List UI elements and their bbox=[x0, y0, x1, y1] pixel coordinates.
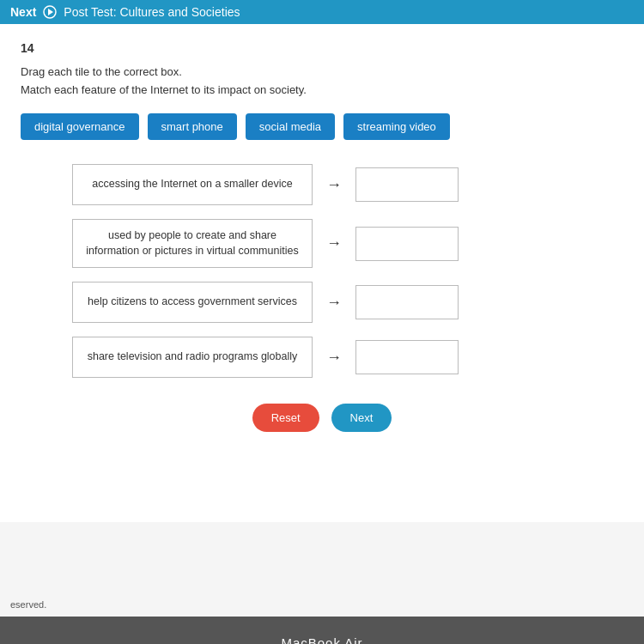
next-label[interactable]: Next bbox=[10, 5, 36, 19]
arrow-2: → bbox=[326, 234, 342, 252]
matching-area: accessing the Internet on a smaller devi… bbox=[21, 164, 623, 378]
svg-marker-1 bbox=[48, 9, 53, 15]
match-description-4: share television and radio programs glob… bbox=[72, 337, 313, 378]
arrow-4: → bbox=[326, 349, 342, 367]
next-button[interactable]: Next bbox=[331, 404, 392, 432]
tile-social-media[interactable]: social media bbox=[246, 113, 335, 140]
match-description-1: accessing the Internet on a smaller devi… bbox=[72, 164, 313, 205]
tile-smart-phone[interactable]: smart phone bbox=[148, 113, 237, 140]
tile-streaming-video[interactable]: streaming video bbox=[343, 113, 450, 140]
tile-digital-governance[interactable]: digital governance bbox=[21, 113, 139, 140]
main-window: 14 Drag each tile to the correct box. Ma… bbox=[0, 24, 644, 617]
reset-button[interactable]: Reset bbox=[252, 404, 319, 432]
arrow-icon bbox=[43, 5, 57, 19]
drop-box-3[interactable] bbox=[355, 285, 459, 319]
footer: eserved. bbox=[0, 592, 644, 617]
match-description-2: used by people to create and share infor… bbox=[72, 219, 313, 268]
match-row-2: used by people to create and share infor… bbox=[72, 219, 459, 268]
arrow-1: → bbox=[326, 176, 342, 194]
match-row-4: share television and radio programs glob… bbox=[72, 337, 459, 378]
drag-instruction: Drag each tile to the correct box. bbox=[21, 65, 623, 78]
question-number: 14 bbox=[21, 41, 623, 55]
buttons-row: Reset Next bbox=[21, 404, 623, 432]
top-bar: Next Post Test: Cultures and Societies bbox=[0, 0, 644, 24]
match-description-3: help citizens to access government servi… bbox=[72, 282, 313, 323]
bottom-bar: MacBook Air bbox=[0, 617, 644, 644]
match-row-1: accessing the Internet on a smaller devi… bbox=[72, 164, 459, 205]
drop-box-1[interactable] bbox=[355, 167, 459, 202]
question-card: 14 Drag each tile to the correct box. Ma… bbox=[0, 24, 644, 522]
footer-text: eserved. bbox=[10, 599, 46, 610]
drop-box-2[interactable] bbox=[355, 227, 459, 261]
match-row-3: help citizens to access government servi… bbox=[72, 282, 459, 323]
match-instruction: Match each feature of the Internet to it… bbox=[21, 83, 623, 96]
page-title: Post Test: Cultures and Societies bbox=[64, 5, 240, 19]
arrow-3: → bbox=[326, 294, 342, 312]
drop-box-4[interactable] bbox=[355, 340, 459, 374]
tiles-container: digital governance smart phone social me… bbox=[21, 113, 623, 140]
device-label: MacBook Air bbox=[281, 635, 362, 645]
